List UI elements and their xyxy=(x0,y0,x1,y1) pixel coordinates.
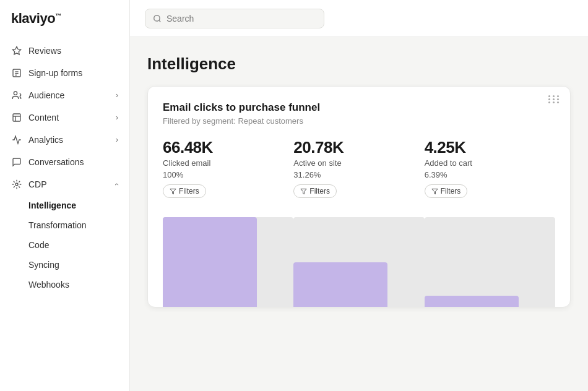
filter-button-1[interactable]: Filters xyxy=(293,184,337,198)
sidebar-item-intelligence[interactable]: Intelligence xyxy=(0,196,129,215)
svg-marker-11 xyxy=(301,189,306,194)
metric-added-to-cart: 4.25K Added to cart 6.39% Filters xyxy=(425,138,555,198)
bar-fill-1 xyxy=(293,262,387,307)
sidebar-item-webhooks[interactable]: Webhooks xyxy=(0,275,129,294)
chevron-down-icon: › xyxy=(116,113,118,122)
logo: klaviyo™ xyxy=(11,11,61,27)
metric-clicked-email: 66.48K Clicked email 100% Filters xyxy=(163,138,293,198)
star-icon xyxy=(11,45,22,56)
drag-handle[interactable] xyxy=(548,95,560,103)
bar-bg-2 xyxy=(425,217,555,307)
svg-point-7 xyxy=(15,183,18,186)
sidebar-item-label: Conversations xyxy=(28,157,84,167)
filter-icon xyxy=(170,188,176,195)
page-title: Intelligence xyxy=(147,54,571,74)
sidebar-item-reviews[interactable]: Reviews xyxy=(0,40,129,62)
filter-button-2[interactable]: Filters xyxy=(425,184,468,198)
chevron-down-icon: › xyxy=(116,91,118,100)
cdp-icon xyxy=(11,179,22,190)
audience-icon xyxy=(11,90,22,101)
filter-button-0[interactable]: Filters xyxy=(163,184,206,198)
page-content: Intelligence Email clicks to purchase fu… xyxy=(130,37,588,391)
chevron-up-icon: ‹ xyxy=(113,183,121,186)
metric-value: 4.25K xyxy=(425,138,545,157)
metric-label: Clicked email xyxy=(163,158,283,168)
conversations-icon xyxy=(11,157,22,168)
metric-value: 66.48K xyxy=(163,138,283,157)
sidebar-item-transformation[interactable]: Transformation xyxy=(0,215,129,235)
form-icon xyxy=(11,67,22,79)
bar-group-0 xyxy=(163,208,293,307)
funnel-bars xyxy=(163,208,555,307)
bar-fill-2 xyxy=(425,296,519,307)
sidebar-item-content[interactable]: Content › xyxy=(0,106,129,129)
header xyxy=(130,0,588,37)
bar-fill-0 xyxy=(163,217,257,307)
sidebar-item-label: CDP xyxy=(28,179,47,189)
logo-area: klaviyo™ xyxy=(0,0,129,37)
sidebar-item-cdp[interactable]: CDP ‹ xyxy=(0,173,129,196)
svg-line-9 xyxy=(159,20,161,22)
metric-pct: 31.26% xyxy=(293,170,414,179)
metric-label: Active on site xyxy=(293,158,414,168)
search-icon xyxy=(153,14,162,23)
metric-pct: 100% xyxy=(163,170,283,179)
sidebar-item-syncing[interactable]: Syncing xyxy=(0,255,129,275)
metric-value: 20.78K xyxy=(293,138,414,157)
svg-marker-10 xyxy=(170,189,176,194)
sidebar-item-label: Content xyxy=(28,113,59,122)
cdp-sub-nav: Intelligence Transformation Code Syncing… xyxy=(0,196,129,294)
nav-list: Reviews Sign-up forms Audience › Content… xyxy=(0,37,129,391)
metric-active-on-site: 20.78K Active on site 31.26% Filters xyxy=(293,138,424,198)
search-bar[interactable] xyxy=(145,9,324,28)
bar-group-2 xyxy=(425,208,555,307)
main-area: Intelligence Email clicks to purchase fu… xyxy=(130,0,588,391)
svg-point-8 xyxy=(154,15,160,20)
svg-rect-6 xyxy=(13,114,20,121)
sidebar-item-conversations[interactable]: Conversations xyxy=(0,151,129,173)
bar-group-1 xyxy=(293,208,424,307)
chevron-down-icon: › xyxy=(116,135,118,144)
filter-icon xyxy=(300,188,307,195)
svg-point-5 xyxy=(14,92,17,95)
analytics-icon xyxy=(11,134,22,145)
metrics-row: 66.48K Clicked email 100% Filters 20.78K… xyxy=(163,138,555,198)
sidebar-item-audience[interactable]: Audience › xyxy=(0,84,129,106)
funnel-card: Email clicks to purchase funnel Filtered… xyxy=(147,86,571,307)
filter-icon xyxy=(431,188,438,195)
sidebar-item-label: Analytics xyxy=(28,135,63,145)
sidebar-item-code[interactable]: Code xyxy=(0,235,129,255)
sidebar-item-label: Sign-up forms xyxy=(28,68,82,78)
card-title: Email clicks to purchase funnel xyxy=(163,101,555,114)
content-icon xyxy=(11,112,22,123)
sidebar-item-analytics[interactable]: Analytics › xyxy=(0,129,129,151)
card-subtitle: Filtered by segment: Repeat customers xyxy=(163,116,555,126)
sidebar-item-signup-forms[interactable]: Sign-up forms xyxy=(0,62,129,84)
svg-marker-12 xyxy=(432,189,438,194)
search-input[interactable] xyxy=(166,14,316,24)
sidebar-item-label: Audience xyxy=(28,90,64,100)
svg-marker-0 xyxy=(12,46,20,54)
sidebar-item-label: Reviews xyxy=(28,46,61,56)
metric-pct: 6.39% xyxy=(425,170,545,179)
metric-label: Added to cart xyxy=(425,158,545,168)
sidebar: klaviyo™ Reviews Sign-up forms Audience … xyxy=(0,0,130,391)
